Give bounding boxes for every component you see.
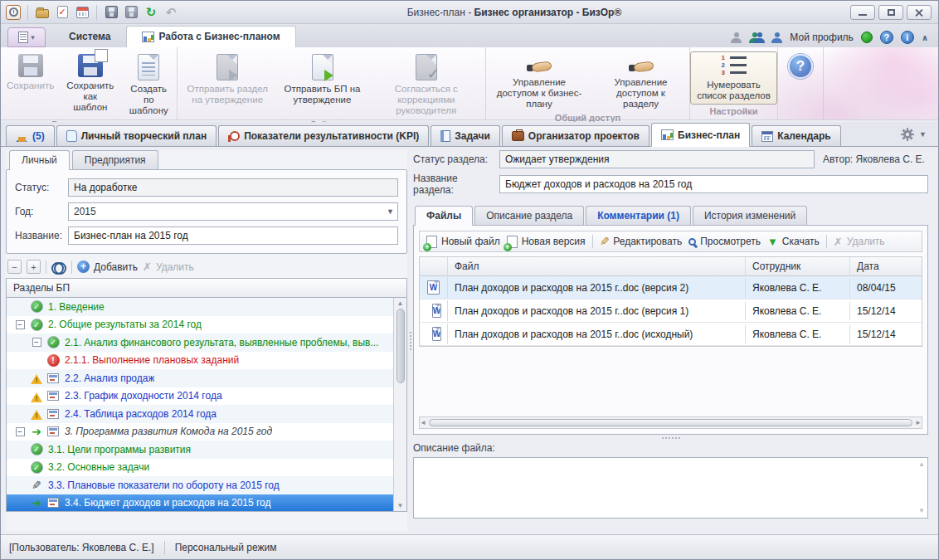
collapse-icon[interactable]: − bbox=[32, 338, 41, 347]
collapse-icon[interactable]: − bbox=[16, 427, 25, 436]
new-task-icon[interactable] bbox=[55, 5, 70, 20]
users-icon[interactable] bbox=[749, 32, 764, 43]
ribbon-tab-business-plan[interactable]: Работа с Бизнес-планом bbox=[126, 26, 296, 47]
scroll-right-icon[interactable]: ► bbox=[915, 419, 922, 426]
view-button[interactable]: Просмотреть bbox=[688, 236, 761, 247]
profile-icon[interactable] bbox=[771, 32, 782, 43]
section-status-field[interactable] bbox=[499, 150, 815, 168]
delete-file-button[interactable]: ✗ Удалить bbox=[834, 236, 885, 248]
app-icon[interactable] bbox=[6, 5, 21, 20]
scroll-thumb[interactable] bbox=[397, 309, 405, 383]
add-section-button[interactable]: + Добавить bbox=[77, 261, 138, 273]
tab-files[interactable]: Файлы bbox=[415, 206, 473, 226]
collapse-all-button[interactable]: − bbox=[7, 260, 22, 274]
refresh-icon[interactable]: ↻ bbox=[144, 5, 158, 20]
tab-enterprises[interactable]: Предприятия bbox=[72, 150, 158, 169]
save-button[interactable]: Сохранить bbox=[1, 51, 60, 94]
tree-item[interactable]: 2.2. Анализ продаж bbox=[7, 369, 393, 387]
tree-item[interactable]: 2.3. График доходности 2014 года bbox=[7, 387, 393, 406]
tree-item[interactable]: 2.4. Таблица расходов 2014 года bbox=[7, 405, 393, 423]
expand-all-button[interactable]: + bbox=[27, 260, 41, 274]
file-description-input[interactable] bbox=[413, 457, 928, 519]
save-icon[interactable] bbox=[104, 5, 119, 20]
tree-item[interactable]: ✓ 3.2. Основные задачи bbox=[7, 459, 393, 477]
tab-history[interactable]: История изменений bbox=[693, 206, 807, 225]
download-button[interactable]: ▼ Скачать bbox=[767, 236, 820, 248]
close-button[interactable] bbox=[907, 5, 932, 20]
undo-icon[interactable]: ↶ bbox=[163, 5, 178, 20]
manage-section-access-button[interactable]: Управление доступом к разделу bbox=[592, 51, 689, 112]
table-row[interactable]: W План доходов и расходов на 2015 г..doc… bbox=[420, 323, 922, 346]
tree-item[interactable]: ✎ 3.3. Плановые показатели по обороту на… bbox=[7, 476, 393, 494]
tree-item[interactable]: ✓ 1. Введение bbox=[7, 298, 393, 316]
new-file-button[interactable]: Новый файл bbox=[426, 236, 500, 248]
maximize-button[interactable] bbox=[878, 5, 903, 20]
files-table: Файл Сотрудник Дата W План доходов и рас… bbox=[419, 256, 922, 347]
save-as-template-button[interactable]: Сохранить как шаблон bbox=[60, 51, 120, 115]
edit-button[interactable]: ✎ Редактировать bbox=[600, 235, 683, 248]
scroll-thumb[interactable] bbox=[429, 419, 912, 426]
tab-personal[interactable]: Личный bbox=[9, 150, 70, 170]
scroll-left-icon[interactable]: ◄ bbox=[420, 419, 426, 426]
scroll-up-icon[interactable]: ▲ bbox=[397, 299, 404, 307]
tree-item[interactable]: − ✓ 2.1. Анализ финансового результата, … bbox=[7, 334, 393, 352]
user-icon[interactable] bbox=[731, 32, 742, 43]
tab-tasks[interactable]: Задачи bbox=[431, 125, 500, 146]
column-date[interactable]: Дата bbox=[850, 257, 922, 275]
table-row[interactable]: W План доходов и расходов на 2015 г..doc… bbox=[420, 276, 922, 299]
tab-comments[interactable]: Комментарии (1) bbox=[586, 206, 691, 225]
files-hscrollbar[interactable]: ◄ ► bbox=[419, 416, 922, 429]
send-section-approval-button[interactable]: Отправить раздел на утверждение bbox=[178, 51, 277, 108]
info-icon[interactable]: i bbox=[901, 31, 914, 44]
chevron-down-icon[interactable]: ▼ bbox=[919, 130, 927, 139]
panel-splitter[interactable] bbox=[408, 150, 412, 531]
scroll-down-icon[interactable]: ▼ bbox=[397, 502, 404, 509]
scroll-down-icon[interactable]: ▼ bbox=[918, 507, 925, 514]
manage-bp-access-button[interactable]: Управление доступом к бизнес-плану bbox=[486, 51, 592, 112]
plan-name-field[interactable] bbox=[68, 226, 398, 245]
help-icon[interactable]: ? bbox=[880, 31, 893, 44]
year-select[interactable]: 2015 ▼ bbox=[68, 202, 398, 221]
send-bp-approval-button[interactable]: Отправить БП на утверждение bbox=[277, 51, 367, 108]
collapse-icon[interactable]: − bbox=[16, 320, 25, 329]
online-status-icon[interactable] bbox=[861, 32, 873, 43]
tab-personal-plan[interactable]: Личный творческий план bbox=[56, 125, 217, 146]
number-sections-button[interactable]: 123 Нумеровать список разделов bbox=[690, 51, 777, 105]
horizontal-splitter[interactable] bbox=[413, 435, 928, 441]
tree-item[interactable]: − ➔ 3. Программа развития Комода на 2015… bbox=[7, 423, 393, 441]
column-employee[interactable]: Сотрудник bbox=[746, 257, 850, 275]
document-icon bbox=[47, 409, 59, 419]
my-profile-label[interactable]: Мой профиль bbox=[790, 32, 854, 43]
tree-item-selected[interactable]: ➔ 3.4. Бюджет доходов и расходов на 2015… bbox=[7, 494, 393, 513]
delete-section-button[interactable]: ✗ Удалить bbox=[143, 261, 194, 273]
collapse-ribbon-icon[interactable]: ∧ bbox=[922, 33, 928, 42]
new-version-button[interactable]: Новая версия bbox=[507, 236, 586, 248]
save-all-icon[interactable] bbox=[124, 5, 139, 20]
app-menu-button[interactable]: ▾ bbox=[7, 27, 46, 47]
tab-kpi[interactable]: Показатели результативности (KPI) bbox=[218, 125, 429, 146]
chevron-down-icon[interactable]: ▼ bbox=[383, 203, 397, 220]
new-event-icon[interactable] bbox=[75, 5, 90, 20]
search-icon[interactable] bbox=[51, 262, 66, 272]
tree-item[interactable]: ! 2.1.1. Выполнение плановых заданий bbox=[7, 352, 393, 370]
tab-section-description[interactable]: Описание раздела bbox=[474, 206, 584, 225]
section-name-field[interactable] bbox=[499, 175, 928, 193]
create-from-template-button[interactable]: Создать по шаблону bbox=[120, 51, 177, 119]
column-file[interactable]: Файл bbox=[448, 257, 746, 275]
status-field[interactable] bbox=[68, 178, 398, 197]
accept-corrections-button[interactable]: ✓ Согласиться с коррекциями руководителя bbox=[367, 51, 485, 119]
minimize-button[interactable] bbox=[850, 5, 875, 20]
tree-item[interactable]: ✓ 3.1. Цели программы развития bbox=[7, 441, 393, 459]
new-folder-icon[interactable] bbox=[35, 5, 50, 20]
delete-icon: ✗ bbox=[834, 236, 843, 248]
tree-scrollbar[interactable]: ▲ ▼ bbox=[393, 298, 406, 511]
gear-icon[interactable] bbox=[901, 128, 914, 141]
scroll-up-icon[interactable]: ▲ bbox=[918, 460, 925, 468]
table-row[interactable]: W План доходов и расходов на 2015 г..doc… bbox=[420, 299, 922, 323]
tab-home[interactable]: (5) bbox=[6, 125, 55, 146]
tree-item[interactable]: − ✓ 2. Общие результаты за 2014 год bbox=[7, 316, 393, 334]
tab-projects[interactable]: Организатор проектов bbox=[502, 125, 650, 146]
ribbon-tab-system[interactable]: Система bbox=[54, 27, 126, 47]
tab-calendar[interactable]: Календарь bbox=[752, 125, 841, 146]
tab-business-plan[interactable]: Бизнес-план bbox=[651, 123, 750, 147]
